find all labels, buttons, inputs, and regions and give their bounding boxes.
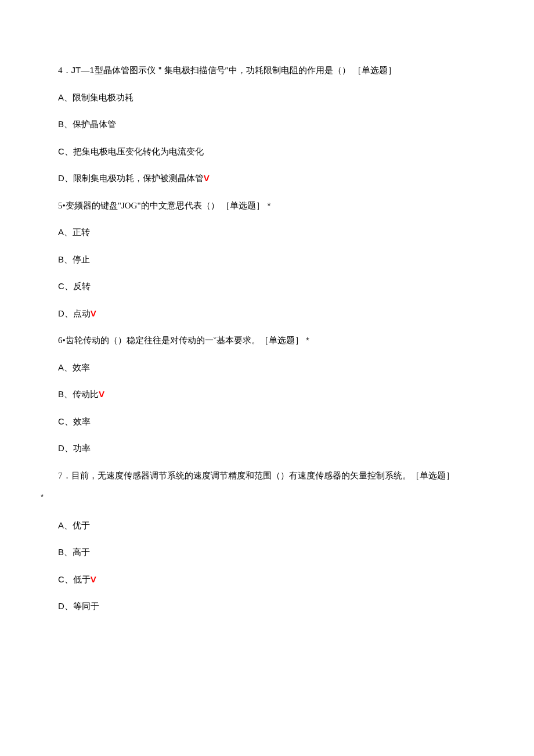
option-C[interactable]: C、低于V <box>58 573 479 586</box>
option-A[interactable]: A、正转 <box>58 226 479 239</box>
question-stem: 齿轮传动的（）稳定往往是对传动的一ˇ基本要求。［单选题］ <box>66 336 304 345</box>
question-stem: 目前，无速度传感器调节系统的速度调节精度和范围（）有速度传感器的矢量控制系统。［… <box>71 471 454 480</box>
option-D[interactable]: D、点动V <box>58 307 479 321</box>
option-B[interactable]: B、传动比V <box>58 388 479 401</box>
question-latin: JT—1 <box>71 65 95 75</box>
question-4: 4．JT—1型晶体管图示仪＂集电极扫描信号″中，功耗限制电阻的作用是（） ［单选… <box>58 64 479 185</box>
question-text: 6•齿轮传动的（）稳定往往是对传动的一ˇ基本要求。［单选题］ * <box>58 334 479 347</box>
required-star: * <box>265 200 270 210</box>
required-star-line: * <box>41 491 479 503</box>
question-number: 5• <box>58 201 66 210</box>
option-text: 、效率 <box>64 363 90 372</box>
required-star: * <box>304 335 309 345</box>
option-text: 、等同于 <box>64 602 99 611</box>
option-B[interactable]: B、高于 <box>58 546 479 559</box>
question-text: 7．目前，无速度传感器调节系统的速度调节精度和范围（）有速度传感器的矢量控制系统… <box>58 469 479 483</box>
option-text: 、把集电极电压变化转化为电流变化 <box>64 147 204 156</box>
option-A[interactable]: A、效率 <box>58 361 479 375</box>
question-7: 7．目前，无速度传感器调节系统的速度调节精度和范围（）有速度传感器的矢量控制系统… <box>58 469 479 613</box>
option-text: 、限制集电极功耗 <box>64 93 134 102</box>
option-D[interactable]: D、限制集电极功耗，保护被测晶体管V <box>58 172 479 185</box>
option-D[interactable]: D、等同于 <box>58 600 479 613</box>
option-label: B <box>58 119 64 129</box>
question-stem: 变频器的键盘"JOG"的中文意思代表（） ［单选题］ <box>66 201 265 210</box>
option-C[interactable]: C、反转 <box>58 280 479 293</box>
option-label: C <box>58 146 64 156</box>
checkmark-icon: V <box>99 389 104 399</box>
option-text: 、高于 <box>64 548 90 557</box>
option-label: B <box>58 389 64 399</box>
option-text: 、保护晶体管 <box>64 120 116 129</box>
option-text: 、功率 <box>64 444 91 453</box>
question-5: 5•变频器的键盘"JOG"的中文意思代表（） ［单选题］ *A、正转B、停止C、… <box>58 199 479 321</box>
option-text: 、反转 <box>64 282 91 291</box>
option-D[interactable]: D、功率 <box>58 442 479 455</box>
option-label: A <box>58 92 64 102</box>
option-label: D <box>58 601 64 611</box>
option-A[interactable]: A、限制集电极功耗 <box>58 91 479 105</box>
option-text: 、低于 <box>64 575 91 584</box>
option-label: D <box>58 308 64 318</box>
question-text: 4．JT—1型晶体管图示仪＂集电极扫描信号″中，功耗限制电阻的作用是（） ［单选… <box>58 64 479 77</box>
option-label: B <box>58 254 64 264</box>
option-text: 、正转 <box>64 228 90 237</box>
option-label: D <box>58 173 64 183</box>
option-label: A <box>58 362 64 372</box>
question-number: 6• <box>58 336 66 345</box>
checkmark-icon: V <box>204 173 210 183</box>
option-label: D <box>58 443 64 453</box>
question-number: 4． <box>58 66 71 75</box>
option-text: 、优于 <box>64 521 90 530</box>
option-label: C <box>58 574 64 584</box>
question-number: 7． <box>58 471 71 480</box>
option-C[interactable]: C、效率 <box>58 415 479 429</box>
option-label: C <box>58 281 64 291</box>
option-text: 、限制集电极功耗，保护被测晶体管 <box>64 174 204 183</box>
option-text: 、停止 <box>64 255 90 264</box>
checkmark-icon: V <box>91 308 96 318</box>
option-label: C <box>58 416 64 426</box>
option-B[interactable]: B、保护晶体管 <box>58 118 479 131</box>
option-label: A <box>58 227 64 237</box>
question-text: 5•变频器的键盘"JOG"的中文意思代表（） ［单选题］ * <box>58 199 479 213</box>
option-text: 、点动 <box>64 309 91 318</box>
question-6: 6•齿轮传动的（）稳定往往是对传动的一ˇ基本要求。［单选题］ *A、效率B、传动… <box>58 334 479 455</box>
option-A[interactable]: A、优于 <box>58 519 479 532</box>
option-C[interactable]: C、把集电极电压变化转化为电流变化 <box>58 145 479 159</box>
option-B[interactable]: B、停止 <box>58 253 479 267</box>
question-stem: 型晶体管图示仪＂集电极扫描信号″中，功耗限制电阻的作用是（） ［单选题］ <box>95 66 396 75</box>
option-text: 、效率 <box>64 417 91 426</box>
checkmark-icon: V <box>91 574 96 584</box>
option-label: A <box>58 520 64 530</box>
option-label: B <box>58 547 64 557</box>
option-text: 、传动比 <box>64 390 99 399</box>
